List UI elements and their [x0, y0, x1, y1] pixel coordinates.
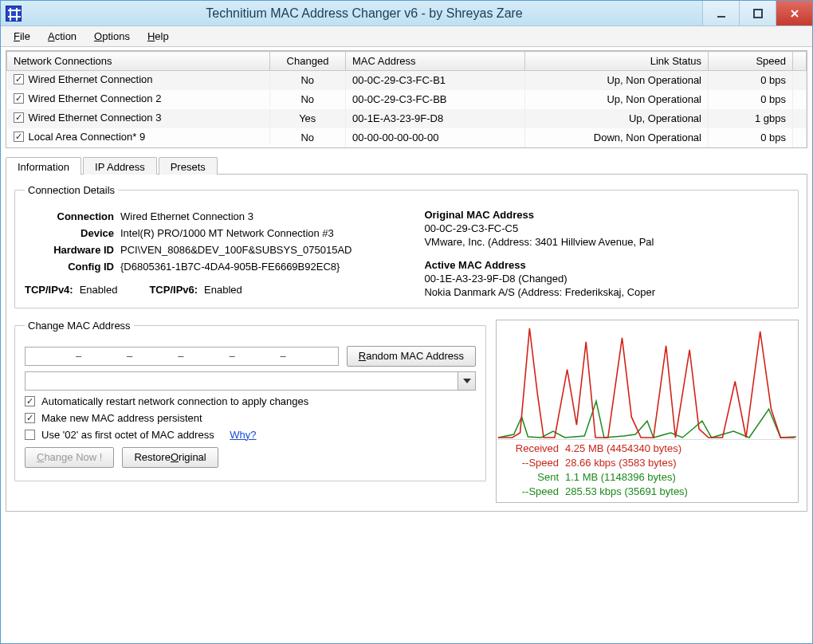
label-original-mac: Original MAC Address: [424, 209, 788, 221]
col-mac[interactable]: MAC Address: [346, 52, 525, 71]
label-auto-restart: Automatically restart network connection…: [41, 395, 308, 407]
row-speed: 0 bps: [709, 71, 793, 90]
row-speed: 1 gbps: [709, 109, 793, 128]
row-mac: 00-1E-A3-23-9F-D8: [346, 109, 525, 128]
label-connection: Connection: [25, 210, 120, 222]
svg-rect-1: [754, 10, 762, 18]
row-name: Wired Ethernet Connection 2: [29, 92, 162, 104]
value-sent: 1.1 MB (1148396 bytes): [565, 470, 676, 485]
row-mac: 00-0C-29-C3-FC-B1: [346, 71, 525, 90]
why-link[interactable]: Why?: [230, 429, 256, 441]
value-ipv6: Enabled: [204, 284, 242, 296]
table-row[interactable]: Wired Ethernet Connection 3Yes00-1E-A3-2…: [7, 109, 807, 128]
menu-options[interactable]: Options: [86, 28, 138, 45]
traffic-stats: Received4.25 MB (4454340 bytes) --Speed2…: [498, 440, 796, 500]
value-received: 4.25 MB (4454340 bytes): [565, 442, 681, 456]
table-row[interactable]: Wired Ethernet Connection 2No00-0C-29-C3…: [7, 90, 807, 109]
value-received-speed: 28.66 kbps (3583 bytes): [565, 456, 676, 470]
label-sent-speed: --Speed: [501, 485, 565, 499]
value-hwid: PCI\VEN_8086&DEV_100F&SUBSYS_075015AD: [120, 244, 406, 256]
menubar: File Action Options Help: [1, 26, 812, 47]
row-speed: 0 bps: [709, 90, 793, 109]
connection-details-group: Connection Details ConnectionWired Ether…: [14, 184, 799, 308]
checkbox-persistent[interactable]: [25, 413, 35, 423]
tabs: Information IP Address Presets: [6, 156, 807, 174]
row-changed: No: [270, 71, 346, 90]
table-row[interactable]: Wired Ethernet ConnectionNo00-0C-29-C3-F…: [7, 71, 807, 90]
label-first-02: Use '02' as first octet of MAC address: [41, 429, 214, 441]
row-mac: 00-0C-29-C3-FC-BB: [346, 90, 525, 109]
row-checkbox[interactable]: [14, 112, 24, 123]
row-link: Down, Non Operational: [525, 128, 709, 147]
row-name: Local Area Connection* 9: [29, 131, 146, 143]
col-link[interactable]: Link Status: [525, 52, 709, 71]
menu-help[interactable]: Help: [139, 28, 177, 45]
label-ipv6: TCP/IPv6:: [149, 284, 198, 296]
label-persistent: Make new MAC address persistent: [41, 412, 202, 424]
minimize-button[interactable]: [702, 1, 739, 26]
details-left: ConnectionWired Ethernet Connection 3 De…: [25, 206, 406, 300]
label-received-speed: --Speed: [501, 456, 565, 470]
row-changed: No: [270, 90, 346, 109]
value-connection: Wired Ethernet Connection 3: [120, 210, 406, 222]
row-checkbox[interactable]: [14, 93, 24, 104]
row-link: Up, Operational: [525, 109, 709, 128]
row-link: Up, Non Operational: [525, 71, 709, 90]
change-now-button[interactable]: Change Now !: [25, 447, 114, 468]
value-original-vendor: VMware, Inc. (Address: 3401 Hillview Ave…: [424, 236, 788, 248]
traffic-chart: [498, 322, 796, 440]
connections-table[interactable]: Network Connections Changed MAC Address …: [6, 50, 807, 148]
maximize-button[interactable]: [739, 1, 776, 26]
col-speed[interactable]: Speed: [709, 52, 793, 71]
label-hwid: Hardware ID: [25, 244, 120, 256]
value-device: Intel(R) PRO/1000 MT Network Connection …: [120, 227, 406, 239]
titlebar: Technitium MAC Address Changer v6 - by S…: [1, 1, 812, 26]
change-mac-group: Change MAC Address ––––– Random MAC Addr…: [14, 320, 486, 481]
checkbox-first-02[interactable]: [25, 430, 35, 440]
menu-file[interactable]: File: [6, 28, 38, 45]
chevron-down-icon[interactable]: [458, 372, 475, 390]
row-mac: 00-00-00-00-00-00: [346, 128, 525, 147]
value-active-mac: 00-1E-A3-23-9F-D8 (Changed): [424, 273, 788, 285]
row-changed: No: [270, 128, 346, 147]
col-spacer: [793, 52, 807, 71]
table-row[interactable]: Local Area Connection* 9No00-00-00-00-00…: [7, 128, 807, 147]
col-changed[interactable]: Changed: [270, 52, 346, 71]
tab-panel-information: Connection Details ConnectionWired Ether…: [6, 174, 807, 512]
window-title: Technitium MAC Address Changer v6 - by S…: [26, 6, 702, 21]
value-ipv4: Enabled: [80, 284, 118, 296]
change-mac-legend: Change MAC Address: [25, 320, 134, 332]
value-sent-speed: 285.53 kbps (35691 bytes): [565, 485, 688, 499]
value-original-mac: 00-0C-29-C3-FC-C5: [424, 222, 788, 234]
row-name: Wired Ethernet Connection: [29, 73, 153, 85]
connection-details-legend: Connection Details: [25, 184, 118, 196]
traffic-graph: Received4.25 MB (4454340 bytes) --Speed2…: [496, 320, 799, 504]
label-received: Received: [501, 442, 565, 456]
label-device: Device: [25, 227, 120, 239]
random-mac-button[interactable]: Random MAC Address: [347, 346, 476, 367]
restore-original-button[interactable]: Restore Original: [122, 447, 218, 468]
row-changed: Yes: [270, 109, 346, 128]
value-cfgid: {D6805361-1B7C-4DA4-905B-FE6669B92EC8}: [120, 261, 406, 273]
checkbox-auto-restart[interactable]: [25, 396, 35, 406]
tab-information[interactable]: Information: [6, 157, 81, 175]
details-right: Original MAC Address 00-0C-29-C3-FC-C5 V…: [424, 206, 788, 300]
row-checkbox[interactable]: [14, 132, 24, 142]
row-checkbox[interactable]: [14, 74, 24, 84]
row-speed: 0 bps: [709, 128, 793, 147]
mac-input[interactable]: –––––: [25, 347, 339, 366]
label-active-mac: Active MAC Address: [424, 259, 788, 271]
label-sent: Sent: [501, 470, 565, 485]
label-ipv4: TCP/IPv4:: [25, 284, 73, 296]
tab-presets[interactable]: Presets: [159, 157, 218, 175]
tab-ip-address[interactable]: IP Address: [83, 157, 157, 175]
menu-action[interactable]: Action: [40, 28, 84, 45]
row-link: Up, Non Operational: [525, 90, 709, 109]
vendor-combo[interactable]: [25, 371, 476, 391]
col-name[interactable]: Network Connections: [7, 52, 270, 71]
svg-rect-0: [717, 16, 725, 18]
label-cfgid: Config ID: [25, 261, 120, 273]
app-icon: [6, 6, 22, 22]
close-button[interactable]: [776, 1, 812, 26]
value-active-vendor: Nokia Danmark A/S (Address: Frederikskaj…: [424, 286, 788, 298]
